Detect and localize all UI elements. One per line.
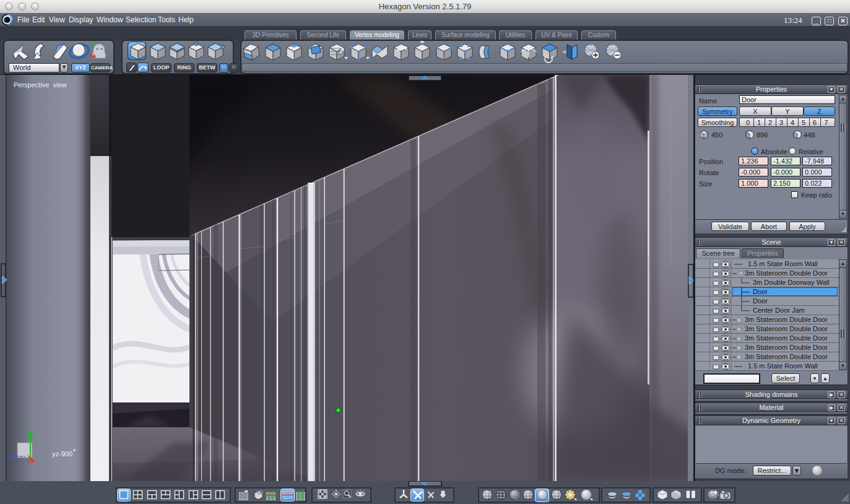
svg-text:Perspective view: Perspective view bbox=[14, 81, 67, 89]
svg-text:yz-900: yz-900 bbox=[52, 450, 72, 458]
svg-text:x: x bbox=[27, 457, 31, 464]
svg-text:Z: Z bbox=[9, 452, 13, 461]
svg-text:*: * bbox=[73, 448, 76, 455]
